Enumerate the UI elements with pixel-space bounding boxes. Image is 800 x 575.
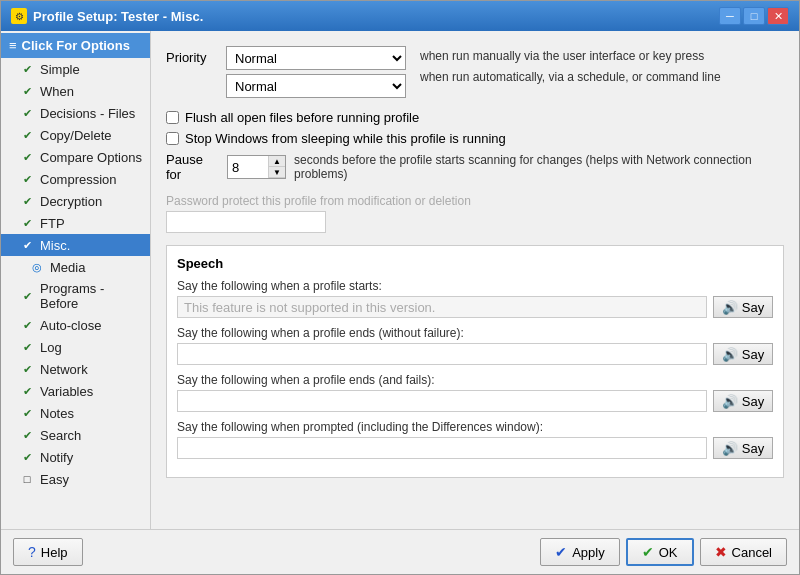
priority-desc-auto: when run automatically, via a schedule, … [420,67,721,84]
sleep-label[interactable]: Stop Windows from sleeping while this pr… [185,131,506,146]
sidebar-label-misc: Misc. [40,238,70,253]
apply-button[interactable]: ✔ Apply [540,538,620,566]
speech-label-0: Say the following when a profile starts: [177,279,773,293]
say-button-3[interactable]: 🔊 Say [713,437,773,459]
help-icon: ? [28,544,36,560]
when-icon: ✔ [19,83,35,99]
say-button-0[interactable]: 🔊 Say [713,296,773,318]
speech-input-3[interactable] [177,437,707,459]
ok-button[interactable]: ✔ OK [626,538,694,566]
password-section: Password protect this profile from modif… [166,194,784,233]
sidebar-item-ftp[interactable]: ✔ FTP [1,212,150,234]
window-controls: ─ □ ✕ [719,7,789,25]
window-title: Profile Setup: Tester - Misc. [33,9,203,24]
close-button[interactable]: ✕ [767,7,789,25]
priority-section: Priority Normal Low Below Normal Above N… [166,46,784,98]
ok-label: OK [659,545,678,560]
sidebar-item-decisions[interactable]: ✔ Decisions - Files [1,102,150,124]
title-bar: ⚙ Profile Setup: Tester - Misc. ─ □ ✕ [1,1,799,31]
sidebar-item-notify[interactable]: ✔ Notify [1,446,150,468]
sidebar-header[interactable]: ≡ Click For Options [1,33,150,58]
sleep-checkbox[interactable] [166,132,179,145]
sidebar-item-simple[interactable]: ✔ Simple [1,58,150,80]
priority-select-manual[interactable]: Normal Low Below Normal Above Normal Hig… [226,46,406,70]
decryption-icon: ✔ [19,193,35,209]
title-bar-left: ⚙ Profile Setup: Tester - Misc. [11,8,203,24]
say-label-0: Say [742,300,764,315]
flush-label[interactable]: Flush all open files before running prof… [185,110,419,125]
sidebar-label-programs: Programs - Before [40,281,142,311]
sidebar-label-decryption: Decryption [40,194,102,209]
content-area: Priority Normal Low Below Normal Above N… [151,31,799,529]
help-button[interactable]: ? Help [13,538,83,566]
speech-row-2: Say the following when a profile ends (a… [177,373,773,412]
network-icon: ✔ [19,361,35,377]
flush-checkbox-row: Flush all open files before running prof… [166,110,784,125]
sidebar-item-notes[interactable]: ✔ Notes [1,402,150,424]
sidebar-item-network[interactable]: ✔ Network [1,358,150,380]
sidebar-label-notify: Notify [40,450,73,465]
log-icon: ✔ [19,339,35,355]
speech-label-1: Say the following when a profile ends (w… [177,326,773,340]
sidebar-item-when[interactable]: ✔ When [1,80,150,102]
sidebar-item-media[interactable]: ◎ Media [1,256,150,278]
decisions-icon: ✔ [19,105,35,121]
spinner-up[interactable]: ▲ [269,156,285,167]
say-icon-3: 🔊 [722,441,738,456]
sidebar-item-search[interactable]: ✔ Search [1,424,150,446]
speech-section: Speech Say the following when a profile … [166,245,784,478]
sidebar-item-programs[interactable]: ✔ Programs - Before [1,278,150,314]
sidebar-item-variables[interactable]: ✔ Variables [1,380,150,402]
sidebar-label-variables: Variables [40,384,93,399]
sidebar-item-misc[interactable]: ✔ Misc. [1,234,150,256]
say-button-1[interactable]: 🔊 Say [713,343,773,365]
speech-input-row-3: 🔊 Say [177,437,773,459]
spinner-buttons: ▲ ▼ [268,156,285,178]
sidebar-item-easy[interactable]: □ Easy [1,468,150,490]
sidebar-item-decryption[interactable]: ✔ Decryption [1,190,150,212]
priority-select-auto[interactable]: Normal Low Below Normal Above Normal Hig… [226,74,406,98]
pause-row: Pause for ▲ ▼ seconds before the profile… [166,152,784,182]
sidebar-label-network: Network [40,362,88,377]
media-icon: ◎ [29,259,45,275]
sidebar-header-label: Click For Options [22,38,130,53]
pause-spinner: ▲ ▼ [227,155,286,179]
say-button-2[interactable]: 🔊 Say [713,390,773,412]
sidebar-label-search: Search [40,428,81,443]
dialog-window: ⚙ Profile Setup: Tester - Misc. ─ □ ✕ ≡ … [0,0,800,575]
simple-icon: ✔ [19,61,35,77]
speech-input-0[interactable] [177,296,707,318]
cancel-button[interactable]: ✖ Cancel [700,538,787,566]
cancel-icon: ✖ [715,544,727,560]
maximize-button[interactable]: □ [743,7,765,25]
speech-input-2[interactable] [177,390,707,412]
say-icon-2: 🔊 [722,394,738,409]
speech-input-1[interactable] [177,343,707,365]
speech-input-row-2: 🔊 Say [177,390,773,412]
flush-checkbox[interactable] [166,111,179,124]
cancel-label: Cancel [732,545,772,560]
sidebar-item-autoclose[interactable]: ✔ Auto-close [1,314,150,336]
sidebar-item-compression[interactable]: ✔ Compression [1,168,150,190]
sidebar-item-copy[interactable]: ✔ Copy/Delete [1,124,150,146]
spinner-down[interactable]: ▼ [269,167,285,178]
priority-dropdowns: Normal Low Below Normal Above Normal Hig… [226,46,406,98]
footer-right: ✔ Apply ✔ OK ✖ Cancel [540,538,787,566]
password-input[interactable] [166,211,326,233]
speech-row-3: Say the following when prompted (includi… [177,420,773,459]
pause-input[interactable] [228,158,268,177]
sidebar-label-compression: Compression [40,172,117,187]
speech-input-row-1: 🔊 Say [177,343,773,365]
speech-label-3: Say the following when prompted (includi… [177,420,773,434]
notify-icon: ✔ [19,449,35,465]
apply-label: Apply [572,545,605,560]
priority-descriptions: when run manually via the user interface… [420,46,721,84]
sidebar-item-compare[interactable]: ✔ Compare Options [1,146,150,168]
say-icon-0: 🔊 [722,300,738,315]
easy-icon: □ [19,471,35,487]
minimize-button[interactable]: ─ [719,7,741,25]
priority-label: Priority [166,46,216,65]
sidebar-label-ftp: FTP [40,216,65,231]
speech-input-row-0: 🔊 Say [177,296,773,318]
sidebar-item-log[interactable]: ✔ Log [1,336,150,358]
